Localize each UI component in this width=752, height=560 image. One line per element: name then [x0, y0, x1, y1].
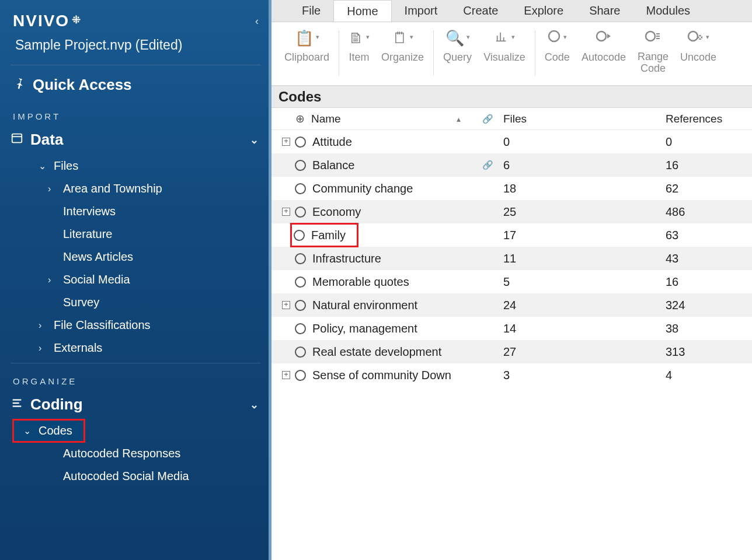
tab-modules[interactable]: Modules — [633, 0, 704, 22]
code-row[interactable]: Community change1862 — [271, 177, 752, 200]
tab-home[interactable]: Home — [333, 0, 391, 22]
references-count: 16 — [666, 275, 752, 289]
col-files[interactable]: Files — [503, 113, 666, 125]
main: File Home Import Create Explore Share Mo… — [271, 0, 752, 560]
rangecode-icon — [645, 29, 661, 47]
chevron-down-icon: ⌄ — [250, 398, 259, 411]
sidebar-item-codes[interactable]: ⌄Codes — [13, 419, 85, 442]
expand-icon[interactable]: + — [282, 301, 290, 309]
tab-create[interactable]: Create — [450, 0, 511, 22]
list-icon: 🗒 — [392, 29, 408, 47]
code-circle-icon — [295, 300, 306, 311]
tab-share[interactable]: Share — [576, 0, 633, 22]
tab-file[interactable]: File — [289, 0, 333, 22]
code-row[interactable]: Real estate development27313 — [271, 340, 752, 363]
sidebar-item-interviews[interactable]: Interviews — [0, 200, 271, 223]
app-logo: NVIVO⁜ — [13, 12, 79, 30]
references-count: 63 — [666, 229, 752, 242]
ribbon-code[interactable]: ▾ Code — [539, 26, 576, 85]
files-count: 24 — [503, 299, 666, 312]
ribbon-item[interactable]: 🗎▾ Item — [343, 26, 375, 85]
data-section[interactable]: Data ⌄ — [0, 126, 271, 152]
code-name: Family — [311, 229, 346, 242]
pin-icon — [13, 76, 26, 94]
sort-asc-icon[interactable]: ▴ — [457, 114, 461, 124]
dropdown-caret-icon: ▾ — [706, 33, 709, 41]
divider — [11, 363, 261, 363]
sidebar-item-literature[interactable]: Literature — [0, 223, 271, 246]
tab-explore[interactable]: Explore — [511, 0, 576, 22]
sidebar-item-externals[interactable]: ›Externals — [0, 337, 271, 359]
code-circle-icon — [294, 230, 305, 241]
chevron-right-icon: › — [48, 275, 57, 285]
code-row[interactable]: Policy, management1438 — [271, 317, 752, 340]
collapse-sidebar-icon[interactable]: ‹ — [255, 15, 259, 27]
ribbon-query[interactable]: 🔍▾ Query — [437, 26, 478, 85]
files-count: 17 — [503, 229, 666, 242]
svg-marker-11 — [607, 34, 611, 38]
sidebar-item-survey[interactable]: Survey — [0, 291, 271, 314]
code-name: Balance — [312, 159, 354, 172]
tab-import[interactable]: Import — [392, 0, 451, 22]
add-icon[interactable]: ⊕ — [295, 113, 305, 125]
autocode-icon — [596, 29, 612, 47]
code-row[interactable]: +Economy25486 — [271, 200, 752, 223]
files-count: 5 — [503, 275, 666, 289]
ribbon-organize[interactable]: 🗒▾ Organize — [375, 26, 430, 85]
code-row[interactable]: +Natural environment24324 — [271, 293, 752, 317]
svg-point-10 — [597, 32, 606, 41]
uncode-icon — [687, 29, 704, 47]
ribbon-rangecode[interactable]: RangeCode — [632, 26, 674, 85]
sidebar-item-files[interactable]: ⌄Files — [0, 155, 271, 177]
ribbon-uncode[interactable]: ▾ Uncode — [674, 26, 722, 85]
expand-icon[interactable]: + — [282, 208, 290, 216]
files-count: 11 — [503, 252, 666, 265]
svg-rect-0 — [12, 134, 22, 143]
grid-header: ⊕ Name ▴ 🔗 Files References — [271, 108, 752, 130]
sidebar-item-social[interactable]: ›Social Media — [0, 268, 271, 291]
codes-grid: ⊕ Name ▴ 🔗 Files References +Attitude00B… — [271, 108, 752, 560]
code-row[interactable]: Balance🔗616 — [271, 153, 752, 177]
code-circle-icon — [295, 183, 306, 194]
code-row[interactable]: Memorable quotes516 — [271, 270, 752, 293]
code-circle-icon — [295, 253, 306, 264]
dropdown-caret-icon: ▾ — [410, 33, 413, 41]
code-row[interactable]: +Attitude00 — [271, 130, 752, 153]
menubar: File Home Import Create Explore Share Mo… — [271, 0, 752, 22]
dropdown-caret-icon: ▾ — [511, 33, 515, 41]
sidebar-item-autocoded-responses[interactable]: Autocoded Responses — [0, 442, 271, 465]
data-icon — [11, 131, 23, 149]
sidebar-item-autocoded-social[interactable]: Autocoded Social Media — [0, 465, 271, 488]
coding-section[interactable]: Coding ⌄ — [0, 391, 271, 417]
svg-point-9 — [549, 31, 559, 41]
code-name: Sense of community Down — [312, 369, 451, 382]
sidebar-scrollbar[interactable] — [269, 0, 271, 560]
code-row[interactable]: +Sense of community Down34 — [271, 363, 752, 387]
files-count: 3 — [503, 369, 666, 382]
svg-point-16 — [688, 32, 698, 41]
files-count: 25 — [503, 205, 666, 219]
col-name[interactable]: Name — [308, 113, 457, 125]
sidebar-item-fileclass[interactable]: ›File Classifications — [0, 314, 271, 337]
references-count: 16 — [666, 159, 752, 172]
chevron-down-icon: ⌄ — [23, 425, 33, 436]
references-count: 43 — [666, 252, 752, 265]
quick-access[interactable]: Quick Access — [0, 66, 271, 100]
ribbon-autocode[interactable]: Autocode — [576, 26, 632, 85]
expand-icon[interactable]: + — [282, 138, 290, 146]
code-name: Community change — [312, 182, 413, 195]
col-refs[interactable]: References — [666, 113, 752, 125]
expand-icon[interactable]: + — [282, 371, 290, 379]
references-count: 324 — [666, 299, 752, 312]
ribbon-clipboard[interactable]: 📋▾ Clipboard — [278, 26, 335, 85]
code-row[interactable]: Infrastructure1143 — [271, 247, 752, 270]
sidebar-item-news[interactable]: News Articles — [0, 246, 271, 268]
project-name: Sample Project.nvp (Edited) — [0, 34, 271, 61]
ribbon-visualize[interactable]: ▾ Visualize — [478, 26, 531, 85]
references-count: 4 — [666, 369, 752, 382]
references-count: 0 — [666, 135, 752, 149]
code-row[interactable]: Family1763 — [271, 223, 752, 247]
chevron-right-icon: › — [39, 320, 48, 331]
sidebar-item-area[interactable]: ›Area and Township — [0, 177, 271, 200]
chart-icon — [494, 29, 509, 47]
